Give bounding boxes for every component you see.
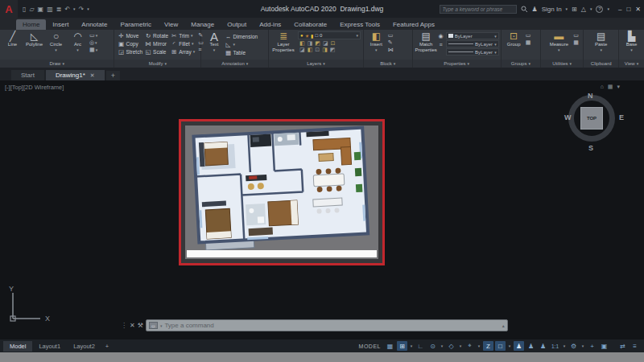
arc-tool[interactable]: ◠Arc▾	[67, 31, 89, 52]
tab-output[interactable]: Output	[221, 19, 253, 30]
tab-parametric[interactable]: Parametric	[114, 19, 158, 30]
stretch-tool[interactable]: ◲Stretch	[118, 48, 142, 56]
viewcube-west[interactable]: W	[564, 113, 572, 121]
base-view-tool[interactable]: ▙Base▾	[621, 31, 642, 52]
viewcube-menu-icon[interactable]: ▦	[608, 84, 613, 90]
copy-tool[interactable]: ▣Copy	[118, 40, 142, 47]
new-file-icon[interactable]: ▯	[23, 6, 26, 13]
viewcube-home-icon[interactable]: ⌂	[601, 84, 604, 90]
hatch-tool[interactable]: ▦▾	[89, 47, 97, 53]
viewcube[interactable]: N W E S TOP	[567, 93, 623, 150]
command-input[interactable]	[164, 322, 499, 329]
modify-panel-label[interactable]: Modify▾	[114, 60, 200, 68]
file-tab-drawing1[interactable]: Drawing1*✕	[46, 70, 105, 80]
text-tool[interactable]: AText▾	[203, 31, 225, 52]
block-panel-expand-icon[interactable]: ▾	[394, 61, 396, 66]
viewport-controls-label[interactable]: [-][Top][2D Wireframe]	[5, 84, 64, 91]
sign-in-person-icon[interactable]: ♟	[532, 6, 538, 13]
lineweight-select[interactable]: ByLayer▾	[446, 40, 499, 47]
autocad-logo-icon[interactable]: A	[0, 0, 18, 18]
match-properties-button[interactable]: ▤ Match Properties	[415, 31, 438, 53]
model-space-indicator[interactable]: MODEL	[359, 343, 381, 349]
measure-dropdown-icon[interactable]: ▾	[558, 47, 560, 52]
layer-tool-icon[interactable]: ◧	[308, 47, 313, 53]
new-layout-button[interactable]: +	[101, 343, 113, 350]
grid-toggle-icon[interactable]: ▦	[385, 341, 395, 351]
redo-icon[interactable]: ↷	[79, 6, 85, 13]
close-tab-icon[interactable]: ✕	[90, 72, 95, 79]
customization-menu-icon[interactable]: ≡	[630, 341, 640, 351]
arc-dropdown-icon[interactable]: ▾	[76, 47, 79, 52]
tab-home[interactable]: Home	[16, 19, 46, 30]
save-icon[interactable]: ▣	[38, 6, 44, 13]
annotation-scale-person-icon[interactable]: ♟	[538, 341, 548, 351]
properties-panel-label[interactable]: Properties▾	[413, 60, 501, 68]
viewcube-settings-icon[interactable]: ▾	[617, 84, 620, 90]
search-icon[interactable]	[521, 6, 528, 13]
isolate-objects-icon[interactable]: ⇄	[617, 341, 628, 351]
command-recent-chevron-icon[interactable]: ▾	[160, 323, 163, 328]
annotation-monitor-icon[interactable]: +	[587, 341, 597, 351]
group-edit-tool[interactable]: ▦	[526, 39, 531, 46]
viewcube-top-face[interactable]: TOP	[580, 107, 603, 130]
plot-icon[interactable]: ≣	[56, 6, 62, 13]
layer-tool-icon[interactable]: ◨	[308, 40, 313, 47]
maximize-button[interactable]: □	[626, 6, 630, 13]
edit-block-tool[interactable]: ✎	[388, 39, 394, 46]
autoscale-icon[interactable]: ♟	[526, 341, 536, 351]
layout-tab-layout1[interactable]: Layout1	[32, 341, 67, 352]
layer-tool-icon[interactable]: ◪	[323, 40, 328, 47]
tab-express-tools[interactable]: Express Tools	[333, 19, 386, 30]
circle-dropdown-icon[interactable]: ▾	[55, 47, 57, 52]
annotation-panel-label[interactable]: Annotation▾	[201, 60, 268, 68]
linetype-select[interactable]: ByLayer▾	[446, 48, 499, 56]
scale-tool[interactable]: ◱Scale	[145, 48, 168, 56]
table-tool[interactable]: ▦Table	[225, 49, 258, 56]
layer-properties-button[interactable]: ≣ Layer Properties	[270, 31, 296, 53]
fillet-tool[interactable]: ◜Fillet▾	[171, 40, 195, 47]
layer-tool-icon[interactable]: ◪	[299, 47, 305, 53]
open-folder-icon[interactable]: ▱	[29, 6, 34, 13]
sign-in-dropdown-icon[interactable]: ▾	[566, 6, 568, 11]
layer-dropdown[interactable]: ● ☀ ▮ □ 0 ▾	[298, 31, 361, 39]
leader-tool[interactable]: ◺▾	[225, 41, 258, 48]
alerts-dropdown-icon[interactable]: ▾	[590, 6, 592, 11]
minimize-button[interactable]: –	[618, 6, 621, 13]
help-icon[interactable]: ?	[596, 6, 603, 13]
array-tool[interactable]: ⊞Array▾	[171, 48, 195, 56]
ungroup-tool[interactable]: ▭	[526, 32, 531, 39]
rotate-tool[interactable]: ↻Rotate	[145, 32, 168, 39]
snap-dropdown-icon[interactable]: ▾	[409, 341, 414, 351]
polyline-tool[interactable]: ◺Polyline	[23, 31, 45, 47]
command-expand-icon[interactable]: ▴	[502, 323, 505, 328]
group-tool[interactable]: ⊡Group	[503, 31, 525, 47]
view-panel-label[interactable]: View▾	[619, 60, 644, 68]
viewcube-north[interactable]: N	[588, 92, 593, 100]
mirror-tool[interactable]: ⋈Mirror	[145, 40, 168, 47]
layers-panel-label[interactable]: Layers▾	[269, 60, 363, 68]
dynamic-ucs-icon[interactable]: Z	[483, 341, 493, 351]
measure-tool[interactable]: ▬Measure▾	[545, 31, 572, 52]
undo-icon[interactable]: ↶	[64, 6, 70, 13]
move-tool[interactable]: ✛Move	[118, 32, 142, 39]
utilities-panel-expand-icon[interactable]: ▾	[570, 61, 572, 66]
tracking-dropdown-icon[interactable]: ▾	[477, 341, 481, 351]
save-as-icon[interactable]: ▥	[47, 6, 53, 13]
command-grip-icon[interactable]: ⋮	[121, 322, 127, 329]
utilities-panel-label[interactable]: Utilities▾	[541, 60, 583, 68]
draw-panel-label[interactable]: Draw▾	[0, 60, 114, 68]
line-tool[interactable]: ╱Line	[2, 31, 23, 47]
layer-tool-icon[interactable]: ⊡	[331, 40, 336, 47]
insert-block-tool[interactable]: ◧Insert▾	[365, 31, 387, 52]
quick-properties-icon[interactable]: ▣	[599, 341, 609, 351]
help-dropdown-icon[interactable]: ▾	[607, 6, 609, 11]
trim-tool[interactable]: ✂Trim▾	[171, 32, 195, 39]
tab-add-ins[interactable]: Add-ins	[253, 19, 287, 30]
polar-dropdown-icon[interactable]: ▾	[440, 341, 444, 351]
isometric-drafting-icon[interactable]: ◇	[446, 341, 456, 351]
isometric-dropdown-icon[interactable]: ▾	[458, 341, 463, 351]
annotation-visibility-icon[interactable]: ♟	[514, 341, 524, 351]
insert-dropdown-icon[interactable]: ▾	[375, 47, 378, 52]
command-bar[interactable]: ▭ ▾ ▴	[146, 319, 508, 331]
snap-toggle-icon[interactable]: ⊞	[397, 341, 407, 351]
